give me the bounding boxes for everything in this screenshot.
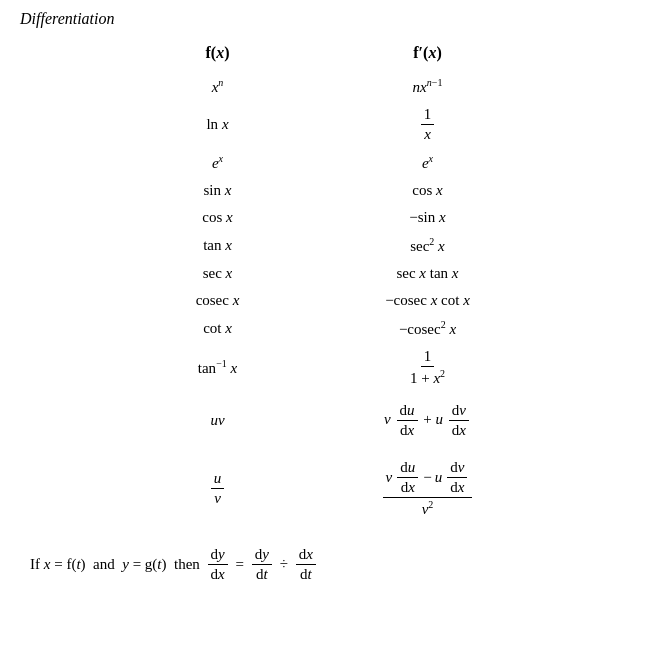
table-row: sec x sec x tan x (123, 260, 543, 287)
chain-rule-text: If x = f(t) and y = g(t) then (30, 556, 204, 573)
table-row: xn nxn−1 (123, 72, 543, 101)
fx-power: xn (123, 72, 312, 101)
chain-divide: ÷ (276, 556, 292, 573)
title: Differentiation (20, 10, 646, 28)
chain-dx-dt: dx dt (296, 546, 316, 583)
header-fx: f(x) (123, 40, 312, 72)
fdx-power: nxn−1 (312, 72, 543, 101)
fdx-cos: −sin x (312, 204, 543, 231)
fdx-tan: sec2 x (312, 231, 543, 260)
table-row: ln x 1 x (123, 101, 543, 148)
fx-sin: sin x (123, 177, 312, 204)
fx-quotient: u v (123, 449, 312, 528)
table-row: tan−1 x 1 1 + x2 (123, 343, 543, 392)
fdx-exp: ex (312, 148, 543, 177)
main-table-container: f(x) f′(x) xn nxn−1 ln x (20, 40, 646, 528)
fx-cosec: cosec x (123, 287, 312, 314)
table-row: ex ex (123, 148, 543, 177)
fx-exp: ex (123, 148, 312, 177)
table-row: cos x −sin x (123, 204, 543, 231)
header-fdx: f′(x) (312, 40, 543, 72)
fdx-quotient: v du dx − u dv dx v2 (312, 449, 543, 528)
chain-equals: = (232, 556, 248, 573)
fx-ln: ln x (123, 101, 312, 148)
table-row: tan x sec2 x (123, 231, 543, 260)
fdx-arctan: 1 1 + x2 (312, 343, 543, 392)
fdx-ln: 1 x (312, 101, 543, 148)
table-row: uv v du dx + u dv dx (123, 392, 543, 449)
table-row: sin x cos x (123, 177, 543, 204)
fdx-sec: sec x tan x (312, 260, 543, 287)
fdx-cot: −cosec2 x (312, 314, 543, 343)
fdx-product: v du dx + u dv dx (312, 392, 543, 449)
fx-cos: cos x (123, 204, 312, 231)
fx-product: uv (123, 392, 312, 449)
fdx-sin: cos x (312, 177, 543, 204)
fx-sec: sec x (123, 260, 312, 287)
chain-dy-dx: dy dx (208, 546, 228, 583)
fx-arctan: tan−1 x (123, 343, 312, 392)
differentiation-table: f(x) f′(x) xn nxn−1 ln x (123, 40, 543, 528)
chain-dy-dt: dy dt (252, 546, 272, 583)
table-row: cot x −cosec2 x (123, 314, 543, 343)
fdx-cosec: −cosec x cot x (312, 287, 543, 314)
chain-rule: If x = f(t) and y = g(t) then dy dx = dy… (20, 546, 646, 583)
table-row: cosec x −cosec x cot x (123, 287, 543, 314)
fx-cot: cot x (123, 314, 312, 343)
table-row: u v v du dx − u (123, 449, 543, 528)
fx-tan: tan x (123, 231, 312, 260)
